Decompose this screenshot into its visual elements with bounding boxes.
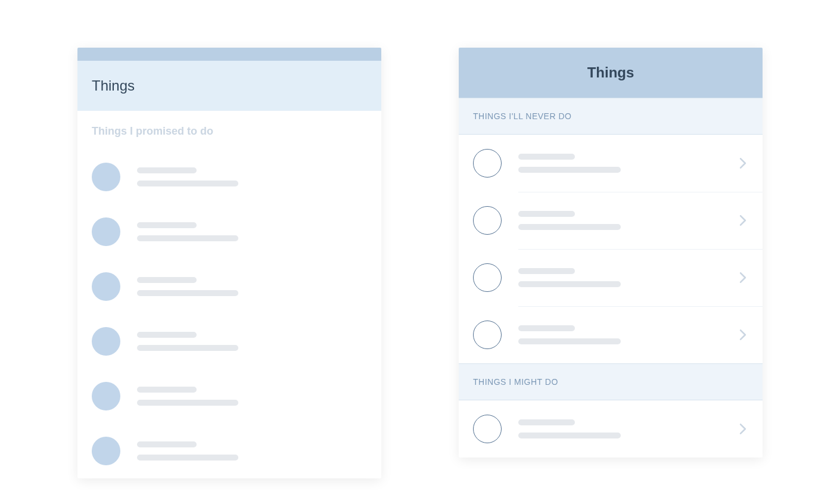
placeholder-line-long — [137, 455, 238, 461]
list-item[interactable] — [92, 424, 367, 478]
list-item[interactable] — [92, 259, 367, 314]
panel-title: Things — [92, 77, 367, 94]
chevron-right-icon — [738, 424, 748, 434]
list-item[interactable] — [459, 135, 763, 192]
placeholder-line-short — [137, 387, 197, 393]
placeholder-line-short — [518, 325, 575, 331]
placeholder-line-short — [518, 268, 575, 274]
placeholder-line-short — [518, 154, 575, 160]
text-placeholder — [137, 222, 367, 241]
wireframe-panel-left: Things Things I promised to do — [77, 48, 381, 478]
list-item[interactable] — [92, 204, 367, 259]
section-header: THINGS I MIGHT DO — [459, 363, 763, 400]
avatar-placeholder — [92, 163, 120, 191]
avatar-placeholder — [92, 272, 120, 301]
chevron-right-icon — [738, 329, 748, 340]
placeholder-line-long — [518, 224, 621, 230]
avatar-placeholder — [92, 327, 120, 356]
panel-header: Things — [77, 61, 381, 111]
text-placeholder — [137, 167, 367, 186]
placeholder-line-short — [137, 222, 197, 228]
placeholder-line-long — [137, 181, 238, 186]
placeholder-line-short — [137, 277, 197, 283]
placeholder-line-short — [137, 332, 197, 338]
placeholder-line-long — [518, 281, 621, 287]
placeholder-line-long — [518, 433, 621, 438]
avatar-placeholder — [92, 437, 120, 465]
text-placeholder — [137, 387, 367, 406]
text-placeholder — [518, 154, 721, 173]
list-item[interactable] — [459, 192, 763, 249]
list-item[interactable] — [459, 249, 763, 306]
text-placeholder — [518, 268, 721, 287]
list — [77, 144, 381, 478]
radio-circle[interactable] — [473, 206, 502, 235]
list-item[interactable] — [459, 400, 763, 458]
list-item[interactable] — [92, 150, 367, 204]
list-item[interactable] — [92, 314, 367, 369]
list-group — [459, 400, 763, 458]
text-placeholder — [137, 277, 367, 296]
placeholder-line-long — [518, 167, 621, 173]
placeholder-line-short — [137, 167, 197, 173]
list-item[interactable] — [92, 369, 367, 424]
text-placeholder — [518, 211, 721, 230]
chevron-right-icon — [738, 272, 748, 283]
text-placeholder — [137, 441, 367, 461]
panel-title: Things — [471, 64, 751, 81]
radio-circle[interactable] — [473, 321, 502, 349]
text-placeholder — [518, 325, 721, 344]
panel-header: Things — [459, 48, 763, 98]
radio-circle[interactable] — [473, 415, 502, 443]
placeholder-line-long — [137, 345, 238, 351]
section-label: Things I promised to do — [77, 111, 381, 144]
placeholder-line-long — [518, 338, 621, 344]
list-item[interactable] — [459, 306, 763, 363]
placeholder-line-short — [518, 419, 575, 425]
avatar-placeholder — [92, 382, 120, 410]
placeholder-line-long — [137, 400, 238, 406]
placeholder-line-short — [518, 211, 575, 217]
top-accent-bar — [77, 48, 381, 61]
text-placeholder — [137, 332, 367, 351]
placeholder-line-short — [137, 441, 197, 447]
section-header: THINGS I'LL NEVER DO — [459, 98, 763, 135]
chevron-right-icon — [738, 158, 748, 169]
wireframe-panel-right: Things THINGS I'LL NEVER DO — [459, 48, 763, 458]
placeholder-line-long — [137, 290, 238, 296]
chevron-right-icon — [738, 215, 748, 226]
avatar-placeholder — [92, 217, 120, 246]
list-group — [459, 135, 763, 363]
placeholder-line-long — [137, 235, 238, 241]
radio-circle[interactable] — [473, 263, 502, 292]
radio-circle[interactable] — [473, 149, 502, 178]
text-placeholder — [518, 419, 721, 438]
